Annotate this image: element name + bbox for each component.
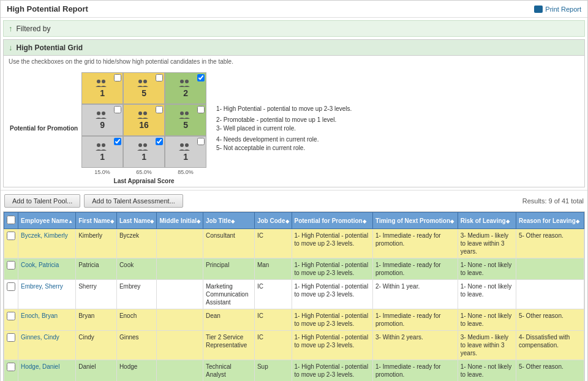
cell-num-2-2: 1 bbox=[183, 152, 188, 162]
row-checkbox-5[interactable] bbox=[7, 363, 15, 371]
people-icon-2-1 bbox=[137, 142, 151, 152]
col-potential[interactable]: Potential for Promotion◆ bbox=[292, 213, 372, 229]
grid-down-arrow-icon: ↓ bbox=[9, 43, 13, 52]
col-first-name[interactable]: First Name◆ bbox=[76, 213, 117, 229]
legend-item-4: 4- Needs development in current role.5- … bbox=[216, 135, 352, 153]
page-container: High Potential Report Print Report ↑ Fil… bbox=[0, 0, 588, 381]
cell-potential: 1- High Potential - potential to move up… bbox=[292, 309, 372, 331]
col-last-name[interactable]: Last Name◆ bbox=[116, 213, 157, 229]
employee-link[interactable]: Enoch, Bryan bbox=[21, 312, 58, 319]
print-report-link[interactable]: Print Report bbox=[534, 6, 581, 13]
col-employee-name[interactable]: Employee Name▲ bbox=[18, 213, 76, 229]
cell-risk: 3- Medium - likely to leave within 3 yea… bbox=[458, 229, 516, 258]
cell-middle-initial bbox=[157, 309, 203, 331]
col-job-code[interactable]: Job Code◆ bbox=[254, 213, 292, 229]
cell-middle-initial bbox=[157, 331, 203, 360]
print-icon bbox=[534, 6, 543, 13]
col-job-title[interactable]: Job Title◆ bbox=[203, 213, 255, 229]
action-bar: Add to Talent Pool... Add to Talent Asse… bbox=[1, 190, 587, 211]
row-checkbox-4[interactable] bbox=[7, 333, 15, 342]
grid-row-3: 1 1 bbox=[81, 136, 206, 168]
cell-num-2-1: 1 bbox=[141, 152, 146, 162]
grid-checkbox-0-2[interactable] bbox=[197, 74, 205, 81]
cell-num-0-2: 2 bbox=[183, 88, 188, 98]
employee-link[interactable]: Byczek, Kimberly bbox=[21, 232, 68, 239]
svg-point-9 bbox=[143, 111, 147, 115]
table-row: Embrey, Sherry Sherry Embrey Marketing C… bbox=[4, 280, 584, 309]
cell-job-title: Consultant bbox=[203, 229, 255, 258]
col-reason[interactable]: Reason for Leaving◆ bbox=[516, 213, 584, 229]
row-checkbox-1[interactable] bbox=[7, 261, 15, 270]
svg-point-11 bbox=[185, 111, 189, 115]
x-label-1: 65.0% bbox=[123, 169, 165, 175]
grid-legend: 1- High Potential - potential to move up… bbox=[216, 72, 352, 184]
grid-x-axis-title: Last Appraisal Score bbox=[81, 178, 206, 184]
page-header: High Potential Report Print Report bbox=[1, 1, 587, 18]
people-icon-2-2 bbox=[179, 142, 192, 152]
svg-point-17 bbox=[185, 143, 189, 147]
col-timing[interactable]: Timing of Next Promotion◆ bbox=[372, 213, 458, 229]
grid-checkbox-0-0[interactable] bbox=[114, 74, 121, 81]
filter-label: Filtered by bbox=[17, 25, 51, 33]
cell-job-code: Man bbox=[254, 258, 292, 280]
grid-cell-0-2: 2 bbox=[165, 72, 206, 104]
grid-checkbox-0-1[interactable] bbox=[156, 74, 163, 81]
table-row: Ginnes, Cindy Cindy Ginnes Tier 2 Servic… bbox=[4, 331, 584, 360]
sort-arrow-middle: ◆ bbox=[197, 219, 200, 224]
header-checkbox-col bbox=[4, 213, 18, 229]
grid-checkbox-1-2[interactable] bbox=[197, 106, 205, 113]
cell-num-0-0: 1 bbox=[100, 88, 105, 98]
cell-job-code: Sup bbox=[254, 360, 292, 382]
row-checkbox-0[interactable] bbox=[7, 232, 15, 240]
row-checkbox-2[interactable] bbox=[7, 282, 15, 291]
page-title: High Potential Report bbox=[7, 4, 88, 13]
cell-first-name: Bryan bbox=[76, 309, 117, 331]
svg-point-2 bbox=[138, 80, 142, 83]
cell-potential: 1- High Potential - potential to move up… bbox=[292, 229, 372, 258]
grid-area: Potential for Promotion bbox=[4, 67, 584, 187]
svg-point-8 bbox=[138, 111, 142, 115]
svg-point-3 bbox=[143, 80, 147, 83]
cell-last-name: Enoch bbox=[116, 309, 157, 331]
employee-link[interactable]: Cook, Patricia bbox=[21, 262, 59, 268]
people-icon-0-1 bbox=[137, 78, 151, 88]
header-checkbox[interactable] bbox=[7, 216, 15, 224]
cell-middle-initial bbox=[157, 280, 203, 309]
grid-checkbox-2-2[interactable] bbox=[197, 138, 205, 145]
high-potential-grid-section: ↓ High Potential Grid Use the checkboxes… bbox=[3, 39, 585, 187]
filter-up-arrow-icon: ↑ bbox=[9, 24, 13, 33]
grid-row-2: 9 16 bbox=[81, 104, 206, 136]
sort-arrow-risk: ◆ bbox=[506, 219, 510, 224]
grid-checkbox-1-0[interactable] bbox=[114, 106, 121, 113]
grid-row-1: 1 5 bbox=[81, 72, 206, 104]
employee-link[interactable]: Embrey, Sherry bbox=[21, 283, 63, 290]
table-body: Byczek, Kimberly Kimberly Byczek Consult… bbox=[4, 229, 584, 382]
add-talent-assessment-button[interactable]: Add to Talent Assessment... bbox=[84, 194, 183, 208]
col-middle-initial[interactable]: Middle Initial◆ bbox=[157, 213, 203, 229]
cell-employee-name: Hodge, Daniel bbox=[18, 360, 76, 382]
grid-checkbox-1-1[interactable] bbox=[156, 106, 163, 113]
table-row: Byczek, Kimberly Kimberly Byczek Consult… bbox=[4, 229, 584, 258]
cell-job-title: Tier 2 Service Representative bbox=[203, 331, 255, 360]
grid-cell-0-0: 1 bbox=[81, 72, 123, 104]
col-risk[interactable]: Risk of Leaving◆ bbox=[458, 213, 516, 229]
data-table: Employee Name▲ First Name◆ Last Name◆ Mi… bbox=[4, 212, 584, 381]
add-talent-pool-button[interactable]: Add to Talent Pool... bbox=[4, 194, 80, 208]
table-row: Cook, Patricia Patricia Cook Principal M… bbox=[4, 258, 584, 280]
cell-potential: 1- High Potential - potential to move up… bbox=[292, 331, 372, 360]
cell-middle-initial bbox=[157, 229, 203, 258]
employee-link[interactable]: Hodge, Daniel bbox=[21, 363, 59, 370]
grid-cell-2-1: 1 bbox=[123, 136, 165, 168]
cell-potential: 1- High Potential - potential to move up… bbox=[292, 280, 372, 309]
cell-reason: 4- Dissatisfied with compensation. bbox=[516, 331, 584, 360]
cell-timing: 1- Immediate - ready for promotion. bbox=[372, 309, 458, 331]
cell-risk: 1- None - not likely to leave. bbox=[458, 258, 516, 280]
grid-checkbox-2-1[interactable] bbox=[156, 138, 163, 145]
sort-arrow-reason: ◆ bbox=[576, 219, 579, 224]
grid-table: 1 5 bbox=[81, 72, 206, 184]
cell-middle-initial bbox=[157, 360, 203, 382]
row-checkbox-3[interactable] bbox=[7, 312, 15, 320]
cell-employee-name: Cook, Patricia bbox=[18, 258, 76, 280]
grid-checkbox-2-0[interactable] bbox=[114, 138, 121, 145]
employee-link[interactable]: Ginnes, Cindy bbox=[21, 334, 59, 341]
